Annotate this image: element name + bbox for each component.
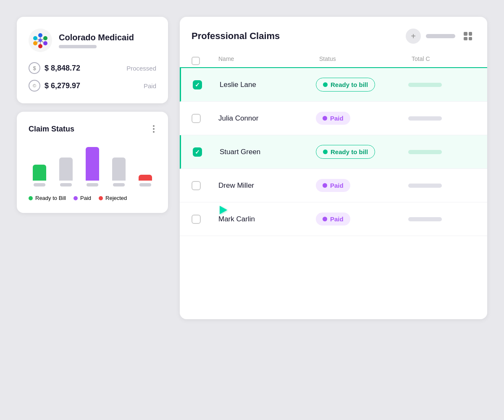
table-row-leslie[interactable]: ✓Leslie LaneReady to bill — [180, 68, 487, 102]
svg-point-4 — [38, 44, 42, 48]
coin-icon: © — [29, 80, 40, 92]
status-text-drew: Paid — [330, 182, 344, 189]
chart-bar-group-2 — [81, 144, 104, 186]
legend-item-paid: Paid — [74, 195, 91, 201]
medicaid-processed-row: $ $ 8,848.72 Processed — [29, 62, 156, 74]
paid-amount: $ 6,279.97 — [45, 81, 80, 90]
more-options-button[interactable] — [151, 123, 156, 134]
status-dot-drew — [323, 183, 327, 188]
dollar-icon: $ — [29, 62, 40, 74]
medicaid-card: Colorado Medicaid $ $ 8,848.72 Processed… — [17, 17, 168, 103]
chart-bar-group-4 — [134, 172, 156, 186]
status-dot-stuart — [323, 150, 328, 154]
claims-table: Name Status Total C ✓Leslie LaneReady to… — [180, 50, 487, 319]
medicaid-paid-row: © $ 6,279.97 Paid — [29, 80, 156, 92]
claims-title: Professional Claims — [192, 31, 280, 42]
total-bar-drew — [408, 184, 442, 188]
row-checkbox-drew[interactable] — [192, 181, 201, 190]
name-column-header: Name — [215, 50, 316, 67]
legend-item-rejected: Rejected — [99, 195, 127, 201]
status-dot-julia — [323, 116, 327, 121]
professional-claims-panel: Professional Claims + — [180, 17, 487, 319]
row-checkbox-julia[interactable] — [192, 114, 201, 123]
claim-status-title: Claim Status — [29, 125, 74, 134]
chart-bar-group-1 — [55, 155, 77, 186]
claim-status-header: Claim Status — [29, 123, 156, 134]
legend-label-rejected: Rejected — [105, 195, 127, 201]
status-text-leslie: Ready to bill — [331, 81, 368, 88]
legend-label-paid: Paid — [80, 195, 91, 201]
legend-dot-paid — [74, 196, 78, 200]
chart-legend: Ready to BillPaidRejected — [29, 195, 156, 201]
left-column: Colorado Medicaid $ $ 8,848.72 Processed… — [17, 17, 168, 213]
medicaid-subtitle-bar — [59, 45, 97, 48]
total-bar-julia — [408, 116, 442, 121]
chart-bar-0 — [33, 165, 46, 181]
total-bar-stuart — [408, 150, 442, 154]
status-badge-leslie: Ready to bill — [316, 78, 375, 92]
medicaid-title-block: Colorado Medicaid — [59, 32, 134, 48]
total-column-header: Total C — [408, 50, 475, 67]
status-column-header: Status — [316, 50, 408, 67]
chart-bar-2 — [86, 147, 99, 181]
bar-label-4 — [139, 183, 151, 186]
medicaid-header: Colorado Medicaid — [29, 29, 156, 52]
status-text-mark: Paid — [330, 215, 344, 223]
bar-label-3 — [113, 183, 125, 186]
row-name-leslie: Leslie Lane — [216, 81, 316, 89]
status-badge-mark: Paid — [316, 213, 350, 226]
legend-dot-ready — [29, 196, 33, 200]
legend-dot-rejected — [99, 196, 103, 200]
add-claim-button[interactable]: + — [406, 29, 421, 44]
medicaid-title: Colorado Medicaid — [59, 32, 134, 42]
chart-bar-group-0 — [29, 162, 51, 186]
bar-label-0 — [34, 183, 45, 186]
medicaid-logo-icon — [29, 29, 52, 52]
table-row-stuart[interactable]: ✓Stuart GreenReady to bill — [180, 135, 487, 169]
grid-view-button[interactable] — [460, 29, 475, 44]
paid-label: Paid — [144, 82, 156, 89]
status-text-julia: Paid — [330, 115, 344, 122]
row-name-julia: Julia Connor — [215, 114, 316, 123]
select-all-checkbox[interactable] — [192, 57, 200, 65]
status-badge-julia: Paid — [316, 112, 350, 125]
chart-bar-1 — [59, 158, 73, 181]
claim-status-card: Claim Status Ready to BillPaidRejected — [17, 112, 168, 213]
svg-point-2 — [43, 36, 47, 40]
chart-bar-4 — [139, 175, 152, 181]
total-bar-mark — [408, 217, 442, 221]
svg-point-7 — [39, 39, 42, 42]
claims-actions: + — [406, 29, 475, 44]
svg-point-6 — [33, 36, 37, 40]
bar-label-2 — [87, 183, 98, 186]
status-badge-stuart: Ready to bill — [316, 145, 375, 159]
status-dot-leslie — [323, 82, 328, 87]
legend-label-ready: Ready to Bill — [35, 195, 66, 201]
chart-bar-group-3 — [108, 155, 130, 186]
table-row-julia[interactable]: Julia ConnorPaid — [180, 102, 487, 135]
claims-header: Professional Claims + — [180, 17, 487, 50]
row-name-drew: Drew Miller — [215, 181, 316, 190]
row-checkbox-leslie[interactable]: ✓ — [193, 80, 202, 89]
claim-status-chart — [29, 144, 156, 186]
status-badge-drew: Paid — [316, 179, 350, 192]
grid-icon — [464, 32, 472, 40]
cursor-pointer-icon — [220, 206, 227, 214]
filter-bar-icon — [426, 34, 455, 38]
total-bar-leslie — [408, 83, 442, 87]
processed-amount: $ 8,848.72 — [45, 64, 80, 73]
chart-bar-3 — [112, 158, 126, 181]
status-text-stuart: Ready to bill — [331, 148, 368, 155]
status-dot-mark — [323, 217, 327, 221]
processed-label: Processed — [126, 65, 156, 72]
row-name-mark: Mark Carlin — [215, 215, 316, 223]
svg-point-1 — [38, 33, 42, 37]
svg-point-3 — [43, 41, 47, 45]
row-checkbox-mark[interactable] — [192, 215, 201, 224]
svg-point-5 — [33, 41, 37, 45]
table-header: Name Status Total C — [180, 50, 487, 68]
table-row-drew[interactable]: Drew MillerPaid — [180, 169, 487, 202]
row-checkbox-stuart[interactable]: ✓ — [193, 147, 202, 157]
row-name-stuart: Stuart Green — [216, 148, 316, 156]
legend-item-ready: Ready to Bill — [29, 195, 66, 201]
